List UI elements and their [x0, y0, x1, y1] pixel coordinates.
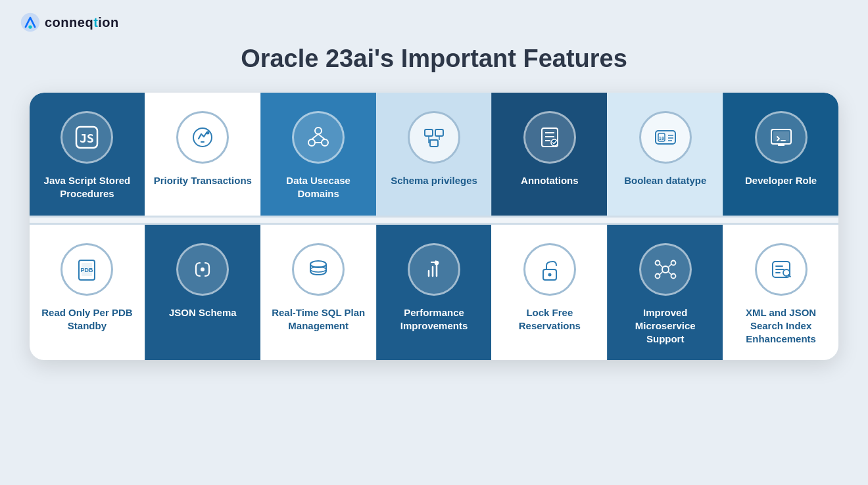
svg-rect-13: [435, 129, 443, 136]
priority-icon: [189, 124, 216, 150]
boolean-icon: 10: [652, 124, 679, 150]
developer-icon-circle: [755, 111, 808, 164]
feature-cell-jsonschema: JSON Schema: [145, 225, 260, 361]
svg-text:JS: JS: [80, 131, 95, 145]
svg-point-7: [308, 139, 315, 146]
sql-icon-circle: [292, 243, 345, 296]
domains-label: Data Usecase Domains: [269, 174, 368, 201]
developer-icon: [768, 124, 794, 150]
jsonschema-label: JSON Schema: [169, 306, 237, 319]
feature-cell-pdb: PDB Read Only Per PDB Standby: [30, 225, 145, 361]
feature-cell-schema: Schema privileges: [376, 93, 492, 216]
svg-point-6: [315, 127, 322, 134]
svg-point-47: [655, 260, 660, 265]
priority-icon-circle: [176, 111, 229, 164]
domains-icon-circle: [292, 111, 345, 164]
jsonschema-icon-circle: [176, 243, 229, 296]
svg-point-45: [548, 273, 551, 276]
logo: conneqtion: [20, 12, 119, 33]
feature-cell-performance: Performance Improvements: [376, 225, 492, 361]
svg-text:PDB: PDB: [81, 267, 94, 273]
svg-point-37: [201, 267, 205, 271]
xmljson-icon-circle: [755, 243, 808, 296]
feature-cell-js: JS Java Script Stored Procedures: [30, 93, 145, 216]
microservice-icon-circle: [639, 243, 692, 296]
microservice-icon: [652, 256, 679, 283]
microservice-label: Improved Microservice Support: [615, 306, 715, 346]
svg-point-50: [671, 273, 675, 278]
svg-point-48: [671, 260, 675, 265]
lock-icon-circle: [523, 243, 576, 296]
annotations-label: Annotations: [521, 174, 579, 187]
svg-line-52: [668, 264, 671, 267]
feature-row-2: PDB Read Only Per PDB Standby JSON Schem…: [30, 225, 838, 361]
xmljson-label: XML and JSON Search Index Enhancements: [731, 306, 831, 346]
js-icon-circle: JS: [60, 111, 113, 164]
performance-icon-circle: [408, 243, 460, 296]
feature-grid: JS Java Script Stored Procedures Priorit…: [30, 93, 838, 360]
pdb-label: Read Only Per PDB Standby: [37, 306, 137, 333]
feature-cell-sql: Real-Time SQL Plan Management: [260, 225, 376, 361]
svg-point-1: [28, 25, 32, 28]
svg-line-54: [668, 271, 671, 275]
feature-row-1: JS Java Script Stored Procedures Priorit…: [30, 93, 838, 216]
svg-text:10: 10: [659, 136, 664, 141]
performance-label: Performance Improvements: [385, 306, 484, 333]
feature-cell-domains: Data Usecase Domains: [260, 93, 376, 216]
lock-label: Lock Free Reservations: [500, 306, 599, 333]
sql-icon: [305, 256, 331, 283]
schema-icon: [421, 124, 447, 150]
svg-rect-14: [430, 140, 438, 147]
annotations-icon: [537, 124, 563, 150]
svg-line-51: [660, 264, 663, 267]
js-label: Java Script Stored Procedures: [37, 174, 137, 201]
svg-line-9: [312, 134, 318, 139]
logo-icon: [20, 12, 41, 33]
feature-cell-boolean: 10 Boolean datatype: [607, 93, 723, 216]
svg-point-49: [655, 273, 660, 278]
page-title: Oracle 23ai's Important Features: [241, 45, 627, 73]
feature-cell-lock: Lock Free Reservations: [491, 225, 607, 361]
sql-label: Real-Time SQL Plan Management: [269, 306, 368, 333]
svg-point-0: [21, 13, 39, 32]
svg-point-5: [206, 131, 210, 135]
svg-rect-30: [773, 131, 789, 141]
feature-cell-priority: Priority Transactions: [145, 93, 260, 216]
xmljson-icon: [768, 256, 794, 283]
pdb-icon: PDB: [74, 256, 100, 283]
annotations-icon-circle: [523, 111, 576, 164]
svg-point-4: [193, 128, 212, 147]
lock-icon: [537, 256, 563, 283]
developer-label: Developer Role: [745, 174, 817, 187]
jsonschema-icon: [189, 256, 216, 283]
svg-line-53: [660, 271, 663, 275]
feature-cell-annotations: Annotations: [491, 93, 607, 216]
svg-rect-12: [425, 129, 433, 136]
boolean-label: Boolean datatype: [624, 174, 706, 187]
row-divider: [30, 216, 838, 225]
schema-label: Schema privileges: [391, 174, 477, 187]
logo-text: conneqtion: [45, 15, 119, 30]
js-icon: JS: [74, 124, 100, 150]
schema-icon-circle: [408, 111, 460, 164]
feature-cell-microservice: Improved Microservice Support: [607, 225, 723, 361]
performance-icon: [421, 256, 447, 283]
pdb-icon-circle: PDB: [60, 243, 113, 296]
boolean-icon-circle: 10: [639, 111, 692, 164]
domains-icon: [305, 124, 331, 150]
svg-line-10: [318, 134, 325, 139]
feature-cell-developer: Developer Role: [723, 93, 838, 216]
svg-point-8: [322, 139, 328, 146]
feature-cell-xmljson: XML and JSON Search Index Enhancements: [723, 225, 838, 361]
priority-label: Priority Transactions: [154, 174, 252, 187]
